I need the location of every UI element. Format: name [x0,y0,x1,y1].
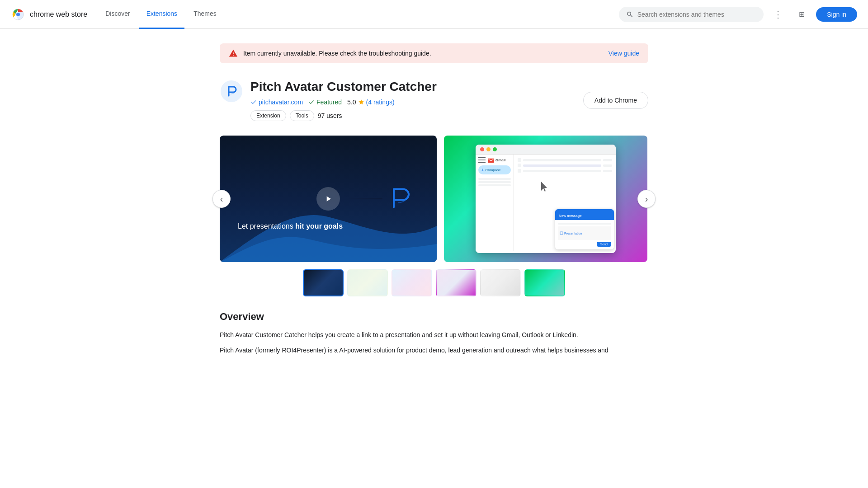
svg-rect-4 [560,232,563,235]
thumb-2[interactable] [347,269,388,296]
video-text: Let presentations hit your goals [238,222,343,230]
search-icon [626,10,633,19]
extension-info: Pitch Avatar Customer Catcher pitchavata… [250,80,576,121]
thumb-4[interactable] [436,269,476,296]
logo-link[interactable]: chrome web store [11,7,87,22]
extension-source-link[interactable]: pitchavatar.com [250,99,303,106]
gallery-slide-video[interactable]: Let presentations hit your goals [220,136,437,262]
more-options-button[interactable]: ⋮ [769,5,787,23]
alert-guide-link[interactable]: View guide [609,50,639,57]
gmail-main: New message Presentation [514,155,616,251]
star-icon [358,99,364,105]
gallery-thumbnails [220,269,648,296]
main-nav: Discover Extensions Themes [98,0,224,29]
alert-banner: Item currently unavailable. Please check… [220,43,648,63]
pitch-logo-overlay [387,185,414,213]
overview-title: Overview [220,311,648,323]
gallery-next-button[interactable]: › [637,190,656,208]
search-input[interactable] [637,11,757,18]
dot-red [480,147,484,151]
new-message-label: New message [559,214,582,218]
tag-extension[interactable]: Extension [250,110,286,121]
gallery-slides: Let presentations hit your goals [220,136,648,262]
thumb-1[interactable] [303,269,344,296]
dot-green [493,147,497,151]
alert-icon [229,49,238,58]
window-toolbar [476,145,616,155]
gmail-sidebar: Gmail + Compose [476,155,514,251]
chrome-store-logo [11,7,25,22]
thumb-3[interactable] [392,269,432,296]
thumb-6[interactable] [524,269,565,296]
play-icon [324,194,333,203]
users-count: 97 users [318,112,342,119]
nav-discover[interactable]: Discover [98,0,137,29]
send-button-mini[interactable]: Send [597,242,611,247]
gallery-prev-button[interactable]: ‹ [212,190,231,208]
presentation-label: Presentation [564,232,582,235]
thumb-5[interactable] [480,269,521,296]
svg-point-3 [221,80,242,102]
extension-logo [220,80,243,103]
extension-tags: Extension Tools 97 users [250,110,576,121]
add-to-chrome-button[interactable]: Add to Chrome [583,92,648,109]
main-content: Item currently unavailable. Please check… [212,29,656,370]
gallery-slide-gmail[interactable]: Gmail + Compose [444,136,647,262]
sign-in-button[interactable]: Sign in [816,7,857,22]
gallery: Let presentations hit your goals [220,136,648,262]
alert-message: Item currently unavailable. Please check… [243,50,603,57]
apps-button[interactable]: ⊞ [793,5,811,23]
nav-extensions[interactable]: Extensions [139,0,184,29]
dot-yellow [486,147,491,151]
search-bar[interactable] [619,7,764,22]
tag-tools[interactable]: Tools [290,110,314,121]
header-right: ⋮ ⊞ Sign in [619,5,857,23]
extension-meta: pitchavatar.com Featured 5.0 (4 ratings) [250,99,576,106]
nav-themes[interactable]: Themes [186,0,224,29]
verified-icon [250,99,257,105]
logo-text: chrome web store [30,10,87,19]
overview-section: Overview Pitch Avatar Customer Catcher h… [220,296,648,363]
overview-para-1: Pitch Avatar Customer Catcher helps you … [220,330,648,340]
extension-title: Pitch Avatar Customer Catcher [250,80,576,94]
extension-rating: 5.0 (4 ratings) [347,99,395,106]
play-button[interactable] [316,187,340,211]
header: chrome web store Discover Extensions The… [0,0,868,29]
extension-featured: Featured [308,99,342,106]
ratings-link[interactable]: (4 ratings) [366,99,395,106]
overview-para-2: Pitch Avatar (formerly ROI4Presenter) is… [220,345,648,355]
featured-icon [308,99,315,105]
gmail-window: Gmail + Compose [476,145,616,253]
compose-button-mini[interactable]: + Compose [478,165,511,174]
extension-header: Pitch Avatar Customer Catcher pitchavata… [220,70,648,128]
pitch-avatar-logo-icon [221,80,242,102]
new-message-popup: New message Presentation [555,209,614,249]
